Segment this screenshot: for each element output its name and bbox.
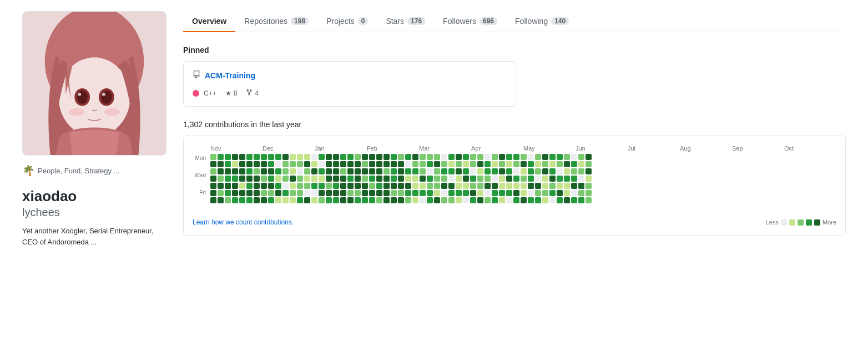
contribution-cell bbox=[506, 197, 512, 203]
contribution-cell bbox=[347, 176, 354, 182]
contribution-cell bbox=[528, 161, 534, 167]
contribution-cell bbox=[477, 176, 483, 182]
contribution-cell bbox=[456, 176, 462, 182]
contribution-cell bbox=[340, 161, 346, 167]
tab-following[interactable]: Following 140 bbox=[506, 11, 578, 32]
contribution-cell bbox=[232, 197, 238, 203]
contribution-cell bbox=[506, 176, 512, 182]
language-stat: C++ bbox=[193, 89, 216, 97]
graph-week bbox=[485, 154, 491, 214]
contribution-cell bbox=[456, 183, 462, 189]
contribution-cell bbox=[398, 197, 404, 203]
contribution-cell bbox=[355, 154, 361, 160]
contribution-cell bbox=[477, 168, 483, 174]
nav-tabs: Overview Repositories 198 Projects 0 Sta… bbox=[183, 11, 846, 32]
contribution-cell bbox=[463, 168, 469, 174]
contribution-cell bbox=[261, 161, 267, 167]
graph-week bbox=[434, 154, 440, 214]
contribution-cell bbox=[571, 176, 577, 182]
legend-cell-1 bbox=[789, 219, 795, 226]
contribution-cell bbox=[412, 190, 418, 196]
contribution-cell bbox=[304, 176, 310, 182]
graph-week bbox=[528, 154, 534, 214]
contribution-cell bbox=[218, 176, 224, 182]
contribution-cell bbox=[441, 183, 447, 189]
tab-repositories[interactable]: Repositories 198 bbox=[235, 11, 317, 32]
contribution-cell bbox=[311, 176, 317, 182]
contribution-cell bbox=[282, 176, 289, 182]
contribution-cell bbox=[225, 161, 231, 167]
tab-stars[interactable]: Stars 176 bbox=[377, 11, 434, 32]
contribution-cell bbox=[304, 161, 310, 167]
bio-text: Yet another Xoogler, Serial Entrepreneur… bbox=[22, 226, 166, 247]
contribution-cell bbox=[297, 154, 303, 160]
contribution-cell bbox=[535, 161, 541, 167]
contribution-cell bbox=[427, 161, 433, 167]
contribution-cell bbox=[499, 190, 505, 196]
contribution-cell bbox=[210, 154, 216, 160]
repo-link[interactable]: ACM-Training bbox=[193, 71, 507, 80]
contribution-cell bbox=[578, 197, 584, 203]
contribution-cell bbox=[571, 190, 577, 196]
contribution-cell bbox=[463, 161, 469, 167]
graph-week bbox=[499, 154, 505, 214]
graph-week bbox=[210, 154, 216, 214]
learn-contributions-link[interactable]: Learn how we count contributions. bbox=[193, 218, 294, 226]
contribution-cell bbox=[311, 190, 317, 196]
month-label: Mar bbox=[419, 145, 471, 152]
contribution-cell bbox=[218, 154, 224, 160]
legend-cell-3 bbox=[806, 219, 812, 226]
contribution-cell bbox=[355, 176, 361, 182]
contribution-cell bbox=[456, 168, 462, 174]
contribution-cell bbox=[470, 154, 476, 160]
contribution-cell bbox=[340, 154, 346, 160]
contribution-cell bbox=[239, 176, 245, 182]
contribution-cell bbox=[420, 161, 426, 167]
graph-footer: Learn how we count contributions. Less M… bbox=[193, 218, 836, 226]
contribution-cell bbox=[275, 183, 281, 189]
stars-count: 8 bbox=[234, 89, 238, 97]
contribution-cell bbox=[391, 197, 397, 203]
contribution-cell bbox=[246, 176, 253, 182]
contribution-cell bbox=[333, 190, 339, 196]
graph-container: NovDecJanFebMarAprMayJunJulAugSepOct Mon… bbox=[193, 145, 836, 226]
contribution-cell bbox=[586, 176, 592, 182]
contribution-cell bbox=[383, 176, 390, 182]
tab-projects[interactable]: Projects 0 bbox=[317, 11, 377, 32]
contribution-cell bbox=[347, 168, 354, 174]
sidebar: 🌴 People, Fund, Strategy ... xiaodao lyc… bbox=[22, 11, 166, 247]
contribution-cell bbox=[376, 154, 382, 160]
tab-followers[interactable]: Followers 696 bbox=[434, 11, 506, 32]
contribution-cell bbox=[521, 190, 527, 196]
contribution-cell bbox=[391, 168, 397, 174]
contribution-cell bbox=[470, 161, 476, 167]
contribution-cell bbox=[239, 190, 245, 196]
contribution-cell bbox=[456, 161, 462, 167]
contribution-cell bbox=[326, 161, 332, 167]
contribution-cell bbox=[355, 183, 361, 189]
contribution-cell bbox=[398, 176, 404, 182]
contribution-cell bbox=[326, 154, 332, 160]
contribution-cell bbox=[535, 168, 541, 174]
contribution-cell bbox=[412, 161, 418, 167]
contribution-cell bbox=[477, 154, 483, 160]
contribution-cell bbox=[506, 183, 512, 189]
contribution-cell bbox=[398, 168, 404, 174]
contribution-cell bbox=[578, 176, 584, 182]
contribution-cell bbox=[398, 183, 404, 189]
month-label: Sep bbox=[732, 145, 784, 152]
graph-week bbox=[232, 154, 238, 214]
contribution-cell bbox=[441, 190, 447, 196]
graph-week bbox=[362, 154, 368, 214]
contribution-cell bbox=[246, 161, 253, 167]
contribution-cell bbox=[290, 190, 296, 196]
contribution-cell bbox=[210, 176, 216, 182]
tab-overview[interactable]: Overview bbox=[183, 11, 235, 32]
contribution-cell bbox=[362, 161, 368, 167]
contribution-cell bbox=[499, 183, 505, 189]
contribution-cell bbox=[225, 190, 231, 196]
tagline-text: People, Fund, Strategy ... bbox=[38, 167, 119, 175]
language-name: C++ bbox=[204, 89, 216, 97]
graph-week bbox=[463, 154, 469, 214]
contribution-cell bbox=[557, 197, 563, 203]
